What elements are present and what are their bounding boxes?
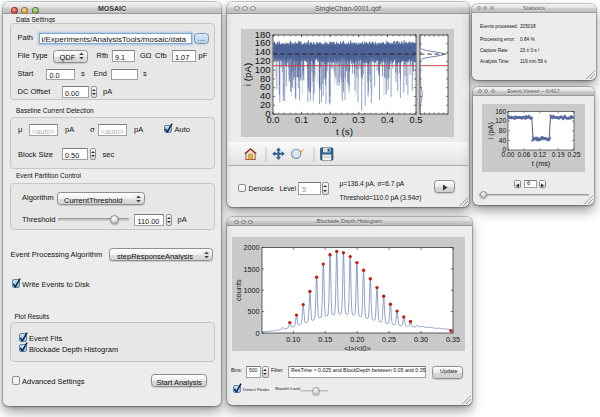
svg-text:120: 120 (495, 117, 506, 124)
svg-text:0.06: 0.06 (517, 151, 530, 158)
svg-text:0.15: 0.15 (318, 335, 332, 344)
svg-text:counts: counts (234, 279, 243, 301)
svg-text:0.19: 0.19 (552, 151, 565, 158)
svg-text:0.2: 0.2 (324, 114, 337, 125)
svg-text:0.20: 0.20 (350, 335, 364, 344)
svg-text:180: 180 (255, 29, 271, 40)
svg-text:0.5: 0.5 (409, 114, 422, 125)
svg-text:0.25: 0.25 (568, 151, 581, 158)
svg-text:40: 40 (499, 137, 507, 144)
svg-text:1000: 1000 (244, 286, 260, 295)
svg-text:0.0: 0.0 (266, 114, 279, 125)
svg-text:0.3: 0.3 (352, 114, 365, 125)
svg-text:i (pA): i (pA) (486, 122, 495, 139)
svg-text:t (s): t (s) (336, 126, 353, 137)
svg-text:0.12: 0.12 (533, 151, 546, 158)
svg-text:0.4: 0.4 (381, 114, 394, 125)
svg-text:80: 80 (499, 127, 507, 134)
svg-text:0: 0 (256, 329, 260, 338)
svg-text:i (pA): i (pA) (242, 63, 253, 86)
svg-text:0.35: 0.35 (446, 335, 460, 344)
svg-text:1500: 1500 (244, 265, 260, 274)
svg-text:0.30: 0.30 (414, 335, 428, 344)
svg-text:0.25: 0.25 (382, 335, 396, 344)
svg-text:t (ms): t (ms) (532, 159, 550, 168)
svg-text:0.00: 0.00 (502, 151, 515, 158)
svg-text:2000: 2000 (244, 243, 260, 252)
svg-text:<i>/<i0>: <i>/<i0> (344, 344, 371, 352)
svg-text:0.1: 0.1 (295, 114, 308, 125)
svg-text:0.10: 0.10 (286, 335, 300, 344)
svg-text:500: 500 (248, 307, 260, 316)
svg-text:160: 160 (495, 108, 506, 115)
